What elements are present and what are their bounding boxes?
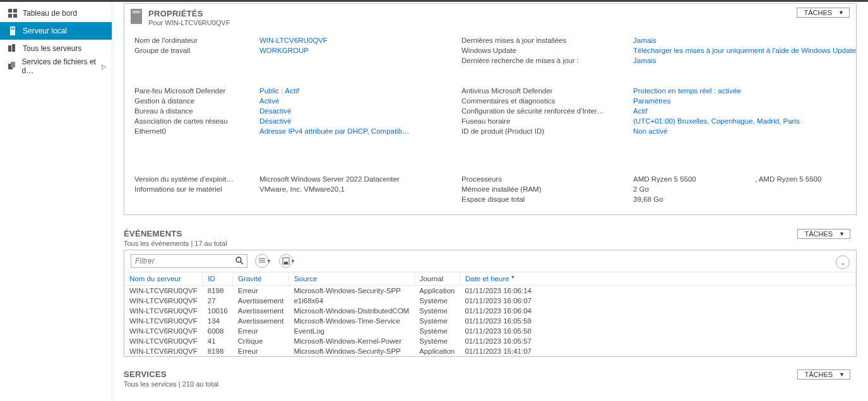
cell-severity: Avertissement: [233, 306, 289, 316]
cell-id: 8198: [203, 346, 233, 356]
prop-value: 39,68 Go: [633, 194, 856, 204]
cell-server: WIN-LTCV6RU0QVF: [124, 336, 203, 346]
table-row[interactable]: WIN-LTCV6RU0QVF6008ErreurEventLogSystème…: [124, 326, 856, 336]
cell-datetime: 01/11/2023 16:05:58: [460, 326, 855, 336]
services-section: SERVICES Tous les services | 210 au tota…: [124, 369, 857, 388]
cell-datetime: 01/11/2023 15:41:07: [460, 346, 855, 356]
svg-rect-1: [13, 9, 17, 13]
prop-value[interactable]: Public : Actif: [259, 86, 411, 96]
table-row[interactable]: WIN-LTCV6RU0QVF10016AvertissementMicroso…: [124, 306, 856, 316]
events-table: Nom du serveur ID Gravité Source Journal…: [124, 272, 856, 356]
col-severity[interactable]: Gravité: [233, 272, 289, 286]
events-table-scroll[interactable]: Nom du serveur ID Gravité Source Journal…: [124, 272, 856, 356]
prop-value-part: , AMD Ryzen 5 5500: [755, 175, 821, 183]
prop-value[interactable]: Activé: [259, 96, 411, 106]
sidebar: Tableau de bord Serveur local Tous les s…: [0, 2, 112, 401]
prop-value[interactable]: Protection en temps réel : activée: [633, 86, 856, 96]
table-row[interactable]: WIN-LTCV6RU0QVF8198ErreurMicrosoft-Windo…: [124, 286, 856, 296]
prop-value[interactable]: Paramètres: [633, 96, 856, 106]
col-datetime[interactable]: Date et heure▼: [460, 272, 855, 286]
cell-severity: Erreur: [233, 346, 289, 356]
cell-server: WIN-LTCV6RU0QVF: [124, 316, 203, 326]
svg-point-11: [236, 257, 241, 262]
col-server[interactable]: Nom du serveur: [124, 272, 203, 286]
prop-value[interactable]: Jamais: [633, 35, 856, 45]
prop-value[interactable]: Télécharger les mises à jour uniquement …: [633, 45, 856, 55]
prop-label: Nom de l'ordinateur: [134, 35, 234, 45]
sidebar-item-all-servers[interactable]: Tous les serveurs: [0, 40, 112, 57]
chevron-down-icon[interactable]: ▼: [266, 259, 271, 264]
prop-value[interactable]: Non activé: [633, 126, 856, 136]
prop-value[interactable]: Désactivé: [259, 116, 411, 126]
server-icon: [8, 26, 18, 35]
col-id[interactable]: ID: [203, 272, 233, 286]
prop-label: Bureau à distance: [134, 106, 234, 116]
main-content[interactable]: PROPRIÉTÉS Pour WIN-LTCV6RU0QVF TÂCHES ▼…: [112, 2, 868, 401]
chevron-down-icon: ▼: [838, 9, 844, 16]
prop-value: Microsoft Windows Server 2022 Datacenter: [259, 174, 411, 184]
prop-label: Version du système d'exploitation: [134, 174, 234, 184]
properties-tile: PROPRIÉTÉS Pour WIN-LTCV6RU0QVF TÂCHES ▼…: [124, 3, 857, 215]
svg-rect-8: [12, 44, 15, 52]
col-datetime-label: Date et heure: [465, 275, 509, 282]
expand-button[interactable]: ⌄: [836, 255, 850, 269]
table-row[interactable]: WIN-LTCV6RU0QVF134AvertissementMicrosoft…: [124, 316, 856, 326]
svg-line-12: [241, 262, 243, 264]
events-tasks-button[interactable]: TÂCHES ▼: [797, 229, 850, 239]
prop-value[interactable]: WORKGROUP: [259, 45, 411, 55]
services-subtitle: Tous les services | 210 au total: [124, 380, 857, 388]
properties-title: PROPRIÉTÉS: [148, 9, 230, 18]
properties-tasks-button[interactable]: TÂCHES ▼: [797, 8, 850, 18]
cell-server: WIN-LTCV6RU0QVF: [124, 286, 203, 296]
prop-label: Ethernet0: [134, 126, 234, 136]
prop-value[interactable]: (UTC+01:00) Bruxelles, Copenhague, Madri…: [633, 116, 856, 126]
prop-values-right: Jamais Télécharger les mises à jour uniq…: [633, 35, 856, 204]
chevron-down-icon[interactable]: ▼: [290, 259, 295, 264]
prop-value[interactable]: Adresse IPv4 attribuée par DHCP, Compati…: [259, 126, 411, 136]
prop-label: Pare-feu Microsoft Defender: [134, 86, 234, 96]
search-icon[interactable]: [235, 256, 245, 266]
col-journal[interactable]: Journal: [414, 272, 460, 286]
table-row[interactable]: WIN-LTCV6RU0QVF8198ErreurMicrosoft-Windo…: [124, 346, 856, 356]
prop-labels-right: Dernières mises à jour installées Window…: [461, 35, 608, 204]
prop-value: VMware, Inc. VMware20,1: [259, 184, 411, 194]
services-tasks-button[interactable]: TÂCHES ▼: [797, 369, 850, 380]
cell-id: 134: [203, 316, 233, 326]
svg-rect-0: [8, 9, 12, 13]
filter-field: [131, 254, 247, 268]
app-root: Tableau de bord Serveur local Tous les s…: [0, 0, 868, 401]
cell-id: 8198: [203, 286, 233, 296]
table-row[interactable]: WIN-LTCV6RU0QVF27Avertissemente1i68x64Sy…: [124, 296, 856, 306]
sidebar-item-file-services[interactable]: Services de fichiers et d… ▷: [0, 57, 112, 75]
cell-id: 27: [203, 296, 233, 306]
tasks-label: TÂCHES: [804, 9, 832, 16]
cell-journal: Application: [414, 346, 460, 356]
sidebar-item-label: Serveur local: [23, 26, 67, 35]
svg-rect-17: [284, 262, 288, 264]
col-source[interactable]: Source: [288, 272, 414, 286]
svg-rect-3: [13, 14, 17, 18]
prop-value[interactable]: Jamais: [633, 55, 856, 66]
cell-source: e1i68x64: [288, 296, 414, 306]
cell-id: 6008: [203, 326, 233, 336]
events-toolbar: ▼ ▼ ⌄: [124, 250, 856, 272]
chevron-right-icon: ▷: [102, 63, 107, 70]
cell-severity: Critique: [233, 336, 289, 346]
prop-label: Commentaires et diagnostics: [461, 96, 608, 106]
prop-value[interactable]: WIN-LTCV6RU0QVF: [259, 35, 411, 45]
sidebar-item-dashboard[interactable]: Tableau de bord: [0, 4, 112, 22]
prop-label: Gestion à distance: [134, 96, 234, 106]
cell-source: Microsoft-Windows-DistributedCOM: [288, 306, 414, 316]
properties-subtitle: Pour WIN-LTCV6RU0QVF: [148, 19, 230, 26]
sidebar-item-local-server[interactable]: Serveur local: [0, 22, 112, 40]
prop-value[interactable]: Actif: [633, 106, 856, 116]
filter-input[interactable]: [131, 254, 247, 268]
prop-label: Processeurs: [461, 174, 608, 184]
prop-labels-left: Nom de l'ordinateur Groupe de travail Pa…: [134, 35, 234, 204]
prop-label: Association de cartes réseau: [134, 116, 234, 126]
prop-value[interactable]: Désactivé: [259, 106, 411, 116]
prop-label: ID de produit (Product ID): [461, 126, 608, 136]
table-row[interactable]: WIN-LTCV6RU0QVF41CritiqueMicrosoft-Windo…: [124, 336, 856, 346]
events-subtitle: Tous les événements | 17 au total: [124, 240, 857, 247]
services-title: SERVICES: [124, 369, 857, 379]
